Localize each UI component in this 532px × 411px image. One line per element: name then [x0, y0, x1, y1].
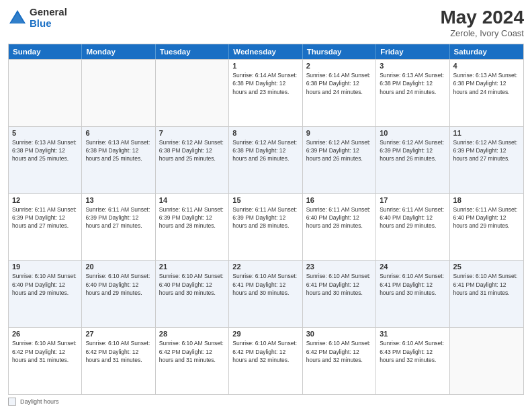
- day-info: Sunrise: 6:12 AM Sunset: 6:38 PM Dayligh…: [232, 138, 298, 163]
- cal-header-friday: Friday: [376, 44, 449, 59]
- cal-cell: 1Sunrise: 6:14 AM Sunset: 6:38 PM Daylig…: [229, 60, 302, 126]
- cal-header-thursday: Thursday: [303, 44, 376, 59]
- cal-week-1: 1Sunrise: 6:14 AM Sunset: 6:38 PM Daylig…: [9, 59, 523, 126]
- cal-cell: [450, 328, 523, 394]
- calendar-header-row: SundayMondayTuesdayWednesdayThursdayFrid…: [9, 44, 523, 59]
- day-number: 3: [380, 62, 445, 70]
- footer-label: Daylight hours: [20, 398, 59, 405]
- cal-cell: 29Sunrise: 6:10 AM Sunset: 6:42 PM Dayli…: [229, 328, 302, 394]
- day-info: Sunrise: 6:13 AM Sunset: 6:38 PM Dayligh…: [453, 71, 520, 96]
- cal-week-5: 26Sunrise: 6:10 AM Sunset: 6:42 PM Dayli…: [9, 327, 523, 394]
- day-info: Sunrise: 6:13 AM Sunset: 6:38 PM Dayligh…: [85, 138, 151, 163]
- day-number: 27: [85, 330, 151, 338]
- cal-week-4: 19Sunrise: 6:10 AM Sunset: 6:40 PM Dayli…: [9, 260, 523, 327]
- day-number: 29: [232, 330, 298, 338]
- day-number: 30: [306, 330, 372, 338]
- cal-header-sunday: Sunday: [9, 44, 82, 59]
- day-number: 10: [380, 129, 445, 137]
- day-number: 24: [380, 263, 445, 271]
- day-info: Sunrise: 6:10 AM Sunset: 6:41 PM Dayligh…: [453, 272, 520, 297]
- day-number: 28: [159, 330, 225, 338]
- cal-cell: 23Sunrise: 6:10 AM Sunset: 6:41 PM Dayli…: [303, 261, 376, 327]
- cal-cell: 11Sunrise: 6:12 AM Sunset: 6:39 PM Dayli…: [450, 127, 523, 193]
- day-number: 23: [306, 263, 372, 271]
- day-info: Sunrise: 6:11 AM Sunset: 6:39 PM Dayligh…: [12, 205, 78, 230]
- day-number: 12: [12, 196, 78, 204]
- day-number: 31: [380, 330, 445, 338]
- day-number: 20: [85, 263, 151, 271]
- day-info: Sunrise: 6:12 AM Sunset: 6:38 PM Dayligh…: [159, 138, 225, 163]
- logo-blue-text: Blue: [30, 18, 67, 30]
- cal-cell: [9, 60, 82, 126]
- day-info: Sunrise: 6:12 AM Sunset: 6:39 PM Dayligh…: [306, 138, 372, 163]
- day-number: 5: [12, 129, 78, 137]
- day-info: Sunrise: 6:11 AM Sunset: 6:39 PM Dayligh…: [85, 205, 151, 230]
- day-number: 19: [12, 263, 78, 271]
- cal-cell: 14Sunrise: 6:11 AM Sunset: 6:39 PM Dayli…: [156, 194, 229, 261]
- day-number: 21: [159, 263, 225, 271]
- cal-cell: 13Sunrise: 6:11 AM Sunset: 6:39 PM Dayli…: [82, 194, 155, 261]
- day-number: 17: [380, 196, 445, 204]
- cal-cell: [82, 60, 155, 126]
- cal-cell: 5Sunrise: 6:13 AM Sunset: 6:38 PM Daylig…: [9, 127, 82, 193]
- header: General Blue May 2024 Zerole, Ivory Coas…: [8, 7, 524, 38]
- day-info: Sunrise: 6:10 AM Sunset: 6:40 PM Dayligh…: [85, 272, 151, 297]
- day-info: Sunrise: 6:12 AM Sunset: 6:39 PM Dayligh…: [380, 138, 445, 163]
- cal-cell: 9Sunrise: 6:12 AM Sunset: 6:39 PM Daylig…: [303, 127, 376, 193]
- cal-cell: 16Sunrise: 6:11 AM Sunset: 6:40 PM Dayli…: [303, 194, 376, 261]
- day-number: 22: [232, 263, 298, 271]
- cal-cell: 7Sunrise: 6:12 AM Sunset: 6:38 PM Daylig…: [156, 127, 229, 193]
- cal-cell: 15Sunrise: 6:11 AM Sunset: 6:39 PM Dayli…: [229, 194, 302, 261]
- cal-cell: 10Sunrise: 6:12 AM Sunset: 6:39 PM Dayli…: [376, 127, 449, 193]
- cal-header-tuesday: Tuesday: [156, 44, 229, 59]
- day-info: Sunrise: 6:11 AM Sunset: 6:40 PM Dayligh…: [380, 205, 445, 230]
- cal-header-monday: Monday: [82, 44, 155, 59]
- cal-cell: 20Sunrise: 6:10 AM Sunset: 6:40 PM Dayli…: [82, 261, 155, 327]
- cal-cell: 30Sunrise: 6:10 AM Sunset: 6:42 PM Dayli…: [303, 328, 376, 394]
- cal-cell: 22Sunrise: 6:10 AM Sunset: 6:41 PM Dayli…: [229, 261, 302, 327]
- cal-cell: 31Sunrise: 6:10 AM Sunset: 6:43 PM Dayli…: [376, 328, 449, 394]
- cal-week-3: 12Sunrise: 6:11 AM Sunset: 6:39 PM Dayli…: [9, 193, 523, 261]
- day-info: Sunrise: 6:11 AM Sunset: 6:39 PM Dayligh…: [159, 205, 225, 230]
- day-info: Sunrise: 6:10 AM Sunset: 6:41 PM Dayligh…: [380, 272, 445, 297]
- title-block: May 2024 Zerole, Ivory Coast: [440, 7, 524, 38]
- day-number: 13: [85, 196, 151, 204]
- cal-cell: 4Sunrise: 6:13 AM Sunset: 6:38 PM Daylig…: [450, 60, 523, 126]
- cal-cell: 25Sunrise: 6:10 AM Sunset: 6:41 PM Dayli…: [450, 261, 523, 327]
- day-info: Sunrise: 6:10 AM Sunset: 6:42 PM Dayligh…: [306, 339, 372, 364]
- logo-icon: [8, 9, 27, 28]
- day-info: Sunrise: 6:11 AM Sunset: 6:40 PM Dayligh…: [306, 205, 372, 230]
- cal-header-wednesday: Wednesday: [229, 44, 302, 59]
- day-number: 6: [85, 129, 151, 137]
- day-number: 14: [159, 196, 225, 204]
- day-info: Sunrise: 6:10 AM Sunset: 6:41 PM Dayligh…: [232, 272, 298, 297]
- day-number: 16: [306, 196, 372, 204]
- page: General Blue May 2024 Zerole, Ivory Coas…: [0, 0, 532, 411]
- day-info: Sunrise: 6:13 AM Sunset: 6:38 PM Dayligh…: [380, 71, 445, 96]
- day-info: Sunrise: 6:12 AM Sunset: 6:39 PM Dayligh…: [453, 138, 520, 163]
- subtitle: Zerole, Ivory Coast: [440, 28, 524, 38]
- cal-cell: 12Sunrise: 6:11 AM Sunset: 6:39 PM Dayli…: [9, 194, 82, 261]
- cal-cell: 21Sunrise: 6:10 AM Sunset: 6:40 PM Dayli…: [156, 261, 229, 327]
- day-number: 11: [453, 129, 520, 137]
- logo-general-text: General: [30, 7, 67, 18]
- cal-cell: 2Sunrise: 6:14 AM Sunset: 6:38 PM Daylig…: [303, 60, 376, 126]
- logo-text: General Blue: [30, 7, 67, 29]
- cal-cell: [156, 60, 229, 126]
- day-number: 25: [453, 263, 520, 271]
- cal-cell: 19Sunrise: 6:10 AM Sunset: 6:40 PM Dayli…: [9, 261, 82, 327]
- cal-header-saturday: Saturday: [450, 44, 523, 59]
- calendar-body: 1Sunrise: 6:14 AM Sunset: 6:38 PM Daylig…: [9, 59, 523, 394]
- day-number: 7: [159, 129, 225, 137]
- day-info: Sunrise: 6:10 AM Sunset: 6:42 PM Dayligh…: [159, 339, 225, 364]
- cal-cell: 18Sunrise: 6:11 AM Sunset: 6:40 PM Dayli…: [450, 194, 523, 261]
- day-info: Sunrise: 6:11 AM Sunset: 6:40 PM Dayligh…: [453, 205, 520, 230]
- cal-cell: 26Sunrise: 6:10 AM Sunset: 6:42 PM Dayli…: [9, 328, 82, 394]
- cal-week-2: 5Sunrise: 6:13 AM Sunset: 6:38 PM Daylig…: [9, 126, 523, 193]
- day-info: Sunrise: 6:10 AM Sunset: 6:40 PM Dayligh…: [12, 272, 78, 297]
- main-title: May 2024: [440, 7, 524, 28]
- day-info: Sunrise: 6:10 AM Sunset: 6:42 PM Dayligh…: [232, 339, 298, 364]
- day-number: 18: [453, 196, 520, 204]
- day-number: 8: [232, 129, 298, 137]
- cal-cell: 24Sunrise: 6:10 AM Sunset: 6:41 PM Dayli…: [376, 261, 449, 327]
